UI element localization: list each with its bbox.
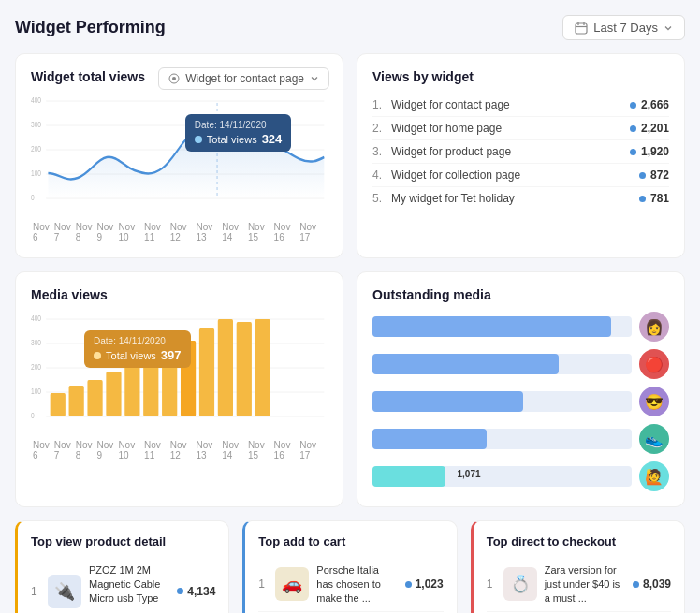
svg-rect-0 (576, 23, 587, 34)
views-by-widget-card: Views by widget 1.Widget for contact pag… (357, 53, 685, 258)
filter-icon (168, 73, 180, 84)
svg-rect-29 (69, 386, 84, 416)
top-view-product-title: Top view product detail (31, 534, 215, 548)
product-thumb: 💍 (503, 567, 537, 601)
widget-total-views-card: Widget total views Widget for contact pa… (15, 53, 343, 258)
svg-text:300: 300 (31, 120, 42, 129)
media-views-title: Media views (31, 287, 328, 302)
svg-text:200: 200 (31, 144, 42, 153)
svg-rect-30 (87, 380, 102, 416)
media-avatar: 👟 (639, 424, 669, 454)
svg-rect-37 (218, 319, 233, 416)
list-item: 5.My widget for Tet holiday 781 (372, 187, 669, 210)
product-item: 1 💍 Zara version for just under $40 is a… (487, 558, 671, 612)
outstanding-media-title: Outstanding media (372, 287, 669, 302)
media-avatar: 🙋 (639, 461, 669, 491)
media-x-axis-labels: Nov 6 Nov 7 Nov 8 Nov 9 Nov 10 Nov 11 No… (31, 440, 328, 460)
product-item: 1 🚗 Porsche Italia has chosen to make th… (258, 558, 443, 612)
bar-chart-svg: 400 300 200 100 0 (31, 312, 328, 433)
date-filter-label: Last 7 Days (593, 21, 658, 35)
svg-rect-35 (181, 341, 196, 416)
top-add-to-cart-card: Top add to cart 1 🚗 Porsche Italia has c… (242, 520, 457, 613)
media-bar-row: 😎 (372, 387, 669, 416)
svg-text:0: 0 (31, 411, 35, 420)
svg-text:400: 400 (31, 95, 42, 105)
svg-text:100: 100 (31, 387, 42, 396)
top-view-product-card: Top view product detail 1 🔌 PZOZ 1M 2M M… (15, 520, 229, 613)
media-views-chart: Date: 14/11/2020 Total views 397 400 300… (31, 312, 328, 460)
total-views-chart: Date: 14/11/2020 Total views 324 400 300… (31, 94, 328, 242)
media-bar-row: 1,071 🙋 (372, 461, 669, 491)
filter-chevron-icon (310, 74, 319, 83)
list-item: 2.Widget for home page 2,201 (372, 117, 669, 140)
svg-rect-31 (106, 372, 121, 416)
calendar-icon (575, 22, 588, 35)
svg-rect-33 (143, 358, 158, 416)
svg-rect-38 (237, 322, 252, 416)
svg-point-5 (172, 77, 176, 80)
media-bar-row: 👟 (372, 424, 669, 454)
media-avatar: 👩 (639, 312, 669, 342)
widget-filter-label: Widget for contact page (185, 72, 304, 85)
svg-rect-39 (255, 319, 270, 416)
chevron-down-icon (664, 23, 673, 33)
media-bar-row: 👩 (372, 312, 669, 342)
date-filter-button[interactable]: Last 7 Days (562, 15, 685, 40)
svg-text:300: 300 (31, 338, 42, 347)
svg-rect-28 (51, 393, 66, 416)
media-bars-container: 👩 🔴 😎 👟 (372, 312, 669, 491)
top-direct-checkout-title: Top direct to checkout (487, 534, 671, 548)
list-item: 4.Widget for collection page 872 (372, 164, 669, 187)
page-title: Widget Performing (15, 18, 166, 37)
svg-rect-32 (124, 364, 139, 416)
media-avatar: 😎 (639, 387, 669, 416)
svg-rect-36 (199, 328, 214, 416)
product-thumb: 🔌 (48, 575, 81, 608)
top-add-to-cart-list: 1 🚗 Porsche Italia has chosen to make th… (258, 558, 443, 613)
widget-filter-button[interactable]: Widget for contact page (158, 67, 329, 90)
outstanding-media-card: Outstanding media 👩 🔴 😎 (357, 271, 685, 507)
svg-rect-34 (162, 352, 177, 416)
list-item: 3.Widget for product page 1,920 (372, 140, 669, 164)
views-by-widget-title: Views by widget (372, 69, 669, 84)
svg-text:0: 0 (31, 193, 35, 202)
list-item: 1.Widget for contact page 2,666 (372, 94, 669, 117)
product-item: 1 🔌 PZOZ 1M 2M Magnetic Cable Micro usb … (31, 558, 215, 613)
media-avatar: 🔴 (639, 349, 669, 379)
media-views-card: Media views Date: 14/11/2020 Total views… (15, 271, 343, 507)
views-by-widget-list: 1.Widget for contact page 2,666 2.Widget… (372, 94, 669, 210)
media-bar-row: 🔴 (372, 349, 669, 379)
top-add-to-cart-title: Top add to cart (258, 534, 443, 548)
top-direct-checkout-card: Top direct to checkout 1 💍 Zara version … (471, 520, 685, 613)
line-chart-svg: 400 300 200 100 0 (31, 94, 328, 215)
product-thumb: 🚗 (275, 567, 309, 601)
x-axis-labels: Nov 6 Nov 7 Nov 8 Nov 9 Nov 10 Nov 11 No… (31, 222, 328, 242)
svg-text:100: 100 (31, 168, 42, 178)
top-direct-checkout-list: 1 💍 Zara version for just under $40 is a… (487, 558, 671, 613)
top-view-product-list: 1 🔌 PZOZ 1M 2M Magnetic Cable Micro usb … (31, 558, 215, 613)
svg-text:200: 200 (31, 362, 42, 372)
svg-text:400: 400 (31, 314, 42, 323)
